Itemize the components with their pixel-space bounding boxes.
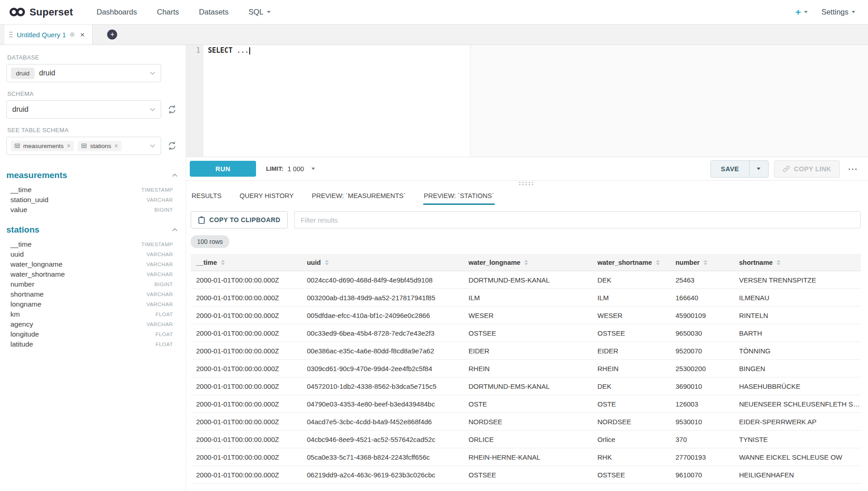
cell-shortname: RINTELN (734, 312, 861, 319)
sort-icon[interactable] (656, 260, 660, 265)
cell-water-longname: ILM (463, 294, 592, 302)
column-name: number (10, 280, 35, 288)
cell-number: 3690010 (670, 382, 734, 390)
chevron-up-icon[interactable] (172, 174, 178, 177)
sort-icon[interactable] (325, 260, 329, 265)
drag-dots-icon (519, 182, 535, 186)
refresh-tables-icon[interactable] (167, 140, 178, 151)
nav-item-charts[interactable]: Charts (157, 8, 179, 16)
sort-icon[interactable] (777, 260, 780, 265)
schema-select[interactable]: druid (6, 100, 161, 119)
add-tab-button[interactable]: + (107, 30, 117, 40)
cell-uuid: 04cbc946-8ee9-4521-ac52-557642cad52c (301, 436, 463, 443)
filter-results-input[interactable] (294, 211, 861, 228)
cell-number: 126003 (670, 400, 734, 408)
new-item-button[interactable]: + (795, 7, 808, 17)
table-icon (15, 143, 20, 149)
table-row[interactable]: 2000-01-01T00:00:00.000Z 00c33ed9-6bea-4… (191, 324, 861, 342)
main-nav: Dashboards Charts Datasets SQL (97, 8, 271, 16)
superset-logo[interactable]: Superset (9, 6, 73, 18)
chevron-up-icon[interactable] (172, 228, 178, 232)
close-tab-icon[interactable]: × (79, 30, 86, 40)
cell-water-longname: RHEIN-HERNE-KANAL (463, 453, 592, 461)
cell-number: 166640 (670, 294, 734, 302)
settings-menu[interactable]: Settings (821, 8, 855, 16)
table-measurements-header[interactable]: measurements (6, 170, 178, 180)
table-row[interactable]: 2000-01-01T00:00:00.000Z 0024cc40-d690-4… (191, 271, 861, 289)
results-grid: __time uuid water_longname (191, 254, 861, 484)
column-header[interactable]: __time (191, 259, 301, 266)
rowcount-row: 100 rows (191, 235, 868, 248)
column-header[interactable]: water_longname (463, 259, 592, 266)
row-count-badge: 100 rows (191, 235, 229, 248)
database-select[interactable]: druid druid (6, 64, 161, 82)
column-header[interactable]: water_shortname (592, 259, 670, 266)
sort-icon[interactable] (524, 260, 528, 265)
remove-table-icon[interactable]: × (114, 143, 118, 149)
sql-editor[interactable]: 1 SELECT ... (186, 45, 868, 157)
table-row[interactable]: 2000-01-01T00:00:00.000Z 06219dd9-a2c4-4… (191, 466, 861, 484)
column-name: km (10, 310, 20, 318)
copy-link-button[interactable]: COPY LINK (774, 160, 840, 178)
remove-table-icon[interactable]: × (67, 143, 70, 149)
cell-shortname: EIDER-SPERRWERK AP (734, 418, 861, 426)
copy-to-clipboard-button[interactable]: COPY TO CLIPBOARD (191, 211, 288, 228)
table-row[interactable]: 2000-01-01T00:00:00.000Z 0309cd61-90c9-4… (191, 360, 861, 377)
sort-icon[interactable] (221, 260, 225, 265)
nav-item-sql[interactable]: SQL (248, 8, 270, 16)
table-tag[interactable]: measurements × (11, 141, 74, 151)
table-row[interactable]: 2000-01-01T00:00:00.000Z 04cbc946-8ee9-4… (191, 431, 861, 448)
nav-item-dashboards[interactable]: Dashboards (97, 8, 137, 16)
schema-column-row: water_longname VARCHAR (6, 259, 178, 269)
column-header[interactable]: shortname (734, 259, 861, 266)
tab-query-history[interactable]: QUERY HISTORY (239, 189, 295, 205)
column-type: VARCHAR (147, 302, 173, 307)
table-icon (81, 143, 87, 149)
editor-toolbar: RUN LIMIT: 1 000 SAVE COPY LINK (186, 157, 868, 181)
column-name: uuid (10, 250, 24, 258)
cell-shortname: HEILIGENHAFEN (734, 471, 861, 479)
query-tab-active[interactable]: Untitled Query 1 × (5, 25, 93, 45)
cell-number: 25463 (670, 276, 734, 284)
nav-item-datasets[interactable]: Datasets (199, 8, 228, 16)
pane-resize-handle[interactable] (186, 181, 868, 187)
cell-water-shortname: OSTSEE (592, 471, 670, 479)
sql-lab-main: 1 SELECT ... RUN LIMIT: 1 000 SAVE (186, 45, 868, 491)
drag-handle-icon[interactable] (9, 31, 13, 38)
refresh-schema-icon[interactable] (167, 104, 178, 115)
column-type: VARCHAR (147, 262, 173, 267)
table-stations-header[interactable]: stations (6, 225, 178, 235)
schema-column-row: km FLOAT (6, 309, 178, 319)
column-header[interactable]: uuid (301, 259, 463, 266)
limit-dropdown[interactable]: LIMIT: 1 000 (266, 165, 315, 173)
table-row[interactable]: 2000-01-01T00:00:00.000Z 003200ab-d138-4… (191, 289, 861, 307)
column-header[interactable]: number (670, 259, 734, 266)
more-actions-button[interactable]: ... (845, 162, 861, 176)
tab-preview-stations[interactable]: PREVIEW: `STATIONS` (423, 189, 495, 205)
table-tag[interactable]: stations × (78, 141, 122, 151)
sql-keyword: SELECT (208, 46, 232, 55)
table-row[interactable]: 2000-01-01T00:00:00.000Z 04acd7e5-3cbc-4… (191, 413, 861, 431)
grid-header: __time uuid water_longname (191, 254, 861, 271)
table-row[interactable]: 2000-01-01T00:00:00.000Z 005dfdae-efcc-4… (191, 307, 861, 324)
cell-uuid: 04572010-1db2-4338-8562-b3dca5e715c5 (301, 382, 463, 390)
table-row[interactable]: 2000-01-01T00:00:00.000Z 04572010-1db2-4… (191, 377, 861, 395)
tab-preview-measurements[interactable]: PREVIEW: `MEASUREMENTS` (311, 189, 407, 205)
table-row[interactable]: 2000-01-01T00:00:00.000Z 04790e03-4353-4… (191, 395, 861, 413)
table-row[interactable]: 2000-01-01T00:00:00.000Z 00e386ac-e35c-4… (191, 342, 861, 360)
cell-time: 2000-01-01T00:00:00.000Z (191, 382, 301, 390)
sort-icon[interactable] (704, 260, 707, 265)
see-table-schema-label: SEE TABLE SCHEMA (7, 127, 178, 134)
save-dropdown-button[interactable] (750, 160, 769, 178)
table-schema-select[interactable]: measurements × stations × (6, 137, 161, 155)
sql-code[interactable]: SELECT ... (203, 45, 250, 157)
cell-number: 45900109 (670, 312, 734, 319)
cell-uuid: 0309cd61-90c9-470e-99d4-2ee4fb2c5f84 (301, 365, 463, 372)
run-button[interactable]: RUN (190, 161, 256, 177)
save-button[interactable]: SAVE (710, 160, 750, 178)
tab-results[interactable]: RESULTS (191, 189, 222, 205)
cell-shortname: ILMENAU (734, 294, 861, 302)
clipboard-icon (198, 216, 205, 224)
cell-water-longname: OSTSEE (463, 329, 592, 337)
table-row[interactable]: 2000-01-01T00:00:00.000Z 05ca0e33-5c71-4… (191, 448, 861, 466)
